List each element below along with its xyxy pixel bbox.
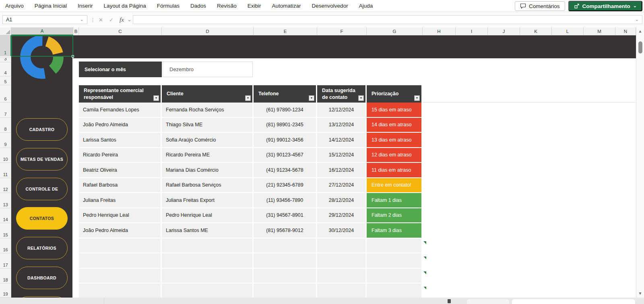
cell-r10-data[interactable]: 15/12/2024: [317, 148, 367, 163]
cell-r14-rep[interactable]: Pedro Henrique Leal: [79, 208, 162, 224]
empty-cell[interactable]: [162, 269, 254, 284]
confirm-entry-icon[interactable]: ✓: [109, 15, 114, 24]
column-header-G[interactable]: G: [367, 27, 423, 35]
cell-r13-data[interactable]: 28/12/2024: [317, 193, 367, 208]
cancel-entry-icon[interactable]: ✕: [99, 15, 103, 24]
scroll-up-icon[interactable]: ▲: [638, 29, 642, 33]
empty-cell[interactable]: [254, 283, 317, 299]
cell-r8-rep[interactable]: João Pedro Almeida: [79, 118, 162, 133]
horizontal-scrollbar-thumb[interactable]: [512, 299, 635, 304]
menu-item-revisão[interactable]: Revisão: [217, 3, 237, 9]
row-header-9[interactable]: 9: [0, 133, 11, 148]
menu-item-desenvolvedor[interactable]: Desenvolvedor: [312, 3, 348, 9]
row-header-3[interactable]: 3: [0, 58, 11, 62]
select-all-corner[interactable]: [0, 27, 11, 35]
cell-r11-cliente[interactable]: Mariana Dias Comércio: [162, 163, 254, 178]
empty-cell[interactable]: [317, 269, 367, 284]
filter-dropdown-icon[interactable]: ▼: [414, 95, 420, 101]
cell-r9-cliente[interactable]: Sofia Araújo Comércio: [162, 133, 254, 148]
row-header-11[interactable]: 11: [0, 163, 11, 178]
cell-r7-telefone[interactable]: (61) 97890-1234: [254, 103, 317, 118]
empty-cell[interactable]: [367, 269, 423, 284]
row-header-14[interactable]: 14: [0, 208, 11, 224]
empty-cell[interactable]: [79, 269, 162, 284]
row-header-7[interactable]: 7: [0, 103, 11, 118]
column-header-L[interactable]: L: [552, 27, 584, 35]
empty-cell[interactable]: [162, 283, 254, 299]
empty-cell[interactable]: [79, 253, 162, 269]
cell-r12-prioridade[interactable]: Entre em contato!: [367, 178, 423, 193]
sheet-tab-glyph[interactable]: [448, 299, 451, 303]
cell-r8-telefone[interactable]: (81) 98901-2345: [254, 118, 317, 133]
cell-r7-data[interactable]: 12/12/2024: [317, 103, 367, 118]
filter-dropdown-icon[interactable]: ▼: [245, 95, 251, 101]
cell-r15-data[interactable]: 30/12/2024: [317, 223, 367, 238]
empty-cell[interactable]: [317, 253, 367, 269]
cell-r11-prioridade[interactable]: 11 dias em atraso: [367, 163, 423, 178]
column-header-F[interactable]: F: [317, 27, 367, 35]
column-header-I[interactable]: I: [456, 27, 488, 35]
column-header-H[interactable]: H: [423, 27, 456, 35]
column-header-M[interactable]: M: [584, 27, 615, 35]
cell-r15-prioridade[interactable]: Faltam 3 dias: [367, 223, 423, 238]
cell-r12-data[interactable]: 27/12/2024: [317, 178, 367, 193]
menu-item-automatizar[interactable]: Automatizar: [272, 3, 301, 9]
empty-cell[interactable]: [79, 283, 162, 299]
cell-r11-data[interactable]: 16/12/2024: [317, 163, 367, 178]
cell-r7-rep[interactable]: Camila Fernandes Lopes: [79, 103, 162, 118]
empty-cell[interactable]: [317, 238, 367, 254]
empty-cell[interactable]: [162, 253, 254, 269]
cell-r8-prioridade[interactable]: 14 dias em atraso: [367, 118, 423, 133]
row-header-12[interactable]: 12: [0, 178, 11, 193]
sidebar-item-controle-de[interactable]: CONTROLE DE: [16, 178, 68, 200]
row-header-19[interactable]: 19: [0, 283, 11, 298]
empty-cell[interactable]: [367, 283, 423, 299]
insert-function-icon[interactable]: fx: [120, 15, 124, 24]
menu-item-layout-da-página[interactable]: Layout da Página: [104, 3, 146, 9]
comments-button[interactable]: Comentários: [515, 1, 565, 11]
column-header-K[interactable]: K: [520, 27, 552, 35]
cell-r8-cliente[interactable]: Thiago Silva ME: [162, 118, 254, 133]
cell-r13-prioridade[interactable]: Faltam 1 dias: [367, 193, 423, 208]
row-header-15[interactable]: 15: [0, 223, 11, 238]
cell-r13-telefone[interactable]: (11) 93456-7890: [254, 193, 317, 208]
cell-r7-cliente[interactable]: Fernanda Rocha Serviços: [162, 103, 254, 118]
menu-item-ajuda[interactable]: Ajuda: [359, 3, 373, 9]
filter-dropdown-icon[interactable]: ▼: [153, 95, 159, 101]
cell-r12-cliente[interactable]: Rafael Barbosa Serviços: [162, 178, 254, 193]
sidebar-item-contatos[interactable]: CONTATOS: [16, 207, 68, 230]
vertical-scrollbar[interactable]: ▲ ▼: [636, 27, 644, 298]
row-header-16[interactable]: 16: [0, 238, 11, 254]
cell-r15-rep[interactable]: João Pedro Almeida: [79, 223, 162, 238]
cell-r11-rep[interactable]: Beatriz Oliveira: [79, 163, 162, 178]
share-button[interactable]: Compartilhamento ⌄: [568, 1, 642, 11]
menu-item-inserir[interactable]: Inserir: [78, 3, 93, 9]
formula-expand-chevron-icon[interactable]: ⌄: [635, 17, 639, 22]
empty-cell[interactable]: [162, 238, 254, 254]
empty-cell[interactable]: [367, 253, 423, 269]
column-header-N[interactable]: N: [615, 27, 636, 35]
empty-cell[interactable]: [254, 269, 317, 284]
cell-name-box[interactable]: A1 ⌄: [2, 15, 87, 24]
cell-r9-data[interactable]: 14/12/2024: [317, 133, 367, 148]
cell-r8-data[interactable]: 13/12/2024: [317, 118, 367, 133]
scroll-down-icon[interactable]: ▼: [638, 291, 642, 296]
menu-item-arquivo[interactable]: Arquivo: [5, 3, 24, 9]
cell-r14-prioridade[interactable]: Faltam 2 dias: [367, 208, 423, 224]
cell-r10-rep[interactable]: Ricardo Pereira: [79, 148, 162, 163]
row-header-18[interactable]: 18: [0, 269, 11, 284]
menu-item-página-inicial[interactable]: Página Inicial: [35, 3, 67, 9]
cell-r15-cliente[interactable]: Larissa Santos ME: [162, 223, 254, 238]
formula-input[interactable]: ⌄: [133, 15, 642, 24]
column-header-J[interactable]: J: [488, 27, 520, 35]
menu-item-exibir[interactable]: Exibir: [248, 3, 261, 9]
cell-r13-rep[interactable]: Juliana Freitas: [79, 193, 162, 208]
row-header-1[interactable]: 1: [0, 35, 11, 56]
row-header-4[interactable]: 4: [0, 62, 11, 76]
cell-r14-data[interactable]: 29/12/2024: [317, 208, 367, 224]
empty-cell[interactable]: [367, 238, 423, 254]
month-selector-value[interactable]: Dezembro: [163, 62, 253, 77]
column-header-C[interactable]: C: [79, 27, 162, 35]
cell-r14-telefone[interactable]: (31) 94567-8901: [254, 208, 317, 224]
sheet-tab-partial[interactable]: [467, 299, 509, 304]
